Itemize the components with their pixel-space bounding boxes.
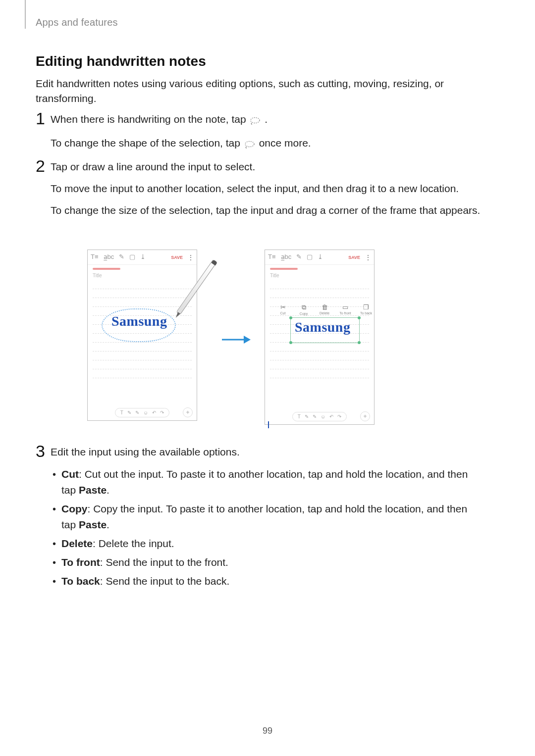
image-icon: ▢ bbox=[129, 255, 135, 259]
svg-marker-3 bbox=[244, 336, 251, 344]
step-number: 2 bbox=[36, 156, 45, 176]
toolbar-pill: T ✎ ✎ ☺ ↶ ↷ bbox=[115, 408, 169, 417]
svg-point-0 bbox=[251, 118, 260, 123]
option-cut: Cut: Cut out the input. To paste it to a… bbox=[51, 466, 482, 498]
section-header: Apps and features bbox=[36, 17, 118, 28]
lasso-selection-icon bbox=[244, 138, 255, 152]
page-title: Editing handwritten notes bbox=[36, 53, 206, 69]
option-delete: Delete: Delete the input. bbox=[51, 536, 482, 552]
option-to-back: To back: Send the input to the back. bbox=[51, 573, 482, 589]
step3-intro: Edit the input using the available optio… bbox=[51, 445, 482, 459]
save-button: SAVE bbox=[348, 255, 360, 260]
text-mode-icon: T≡ bbox=[91, 255, 99, 259]
note-topbar: T≡ a̲bc ✎ ▢ ⤓ SAVE ⋮ bbox=[265, 250, 374, 265]
emoji-icon: ☺ bbox=[321, 414, 325, 419]
toolbar-pill: T ✎ ✎ ☺ ↶ ↷ bbox=[292, 412, 347, 421]
figure-editing-handwriting: T≡ a̲bc ✎ ▢ ⤓ SAVE ⋮ Title Samsung bbox=[87, 250, 459, 431]
context-cut-button: ✂Cut bbox=[275, 303, 291, 315]
arrow-right-icon bbox=[221, 334, 251, 348]
handwritten-sample: Samsung bbox=[295, 319, 350, 335]
handwriting-mode-icon: a̲bc bbox=[104, 255, 114, 259]
brush-icon: ✎ bbox=[296, 255, 302, 259]
step1-line1: When there is handwriting on the note, t… bbox=[51, 112, 482, 129]
voice-icon: ⤓ bbox=[140, 255, 146, 259]
step2-p1: Tap or draw a line around the input to s… bbox=[51, 159, 482, 174]
text-tool-icon: T bbox=[298, 414, 301, 419]
category-chip bbox=[93, 268, 120, 270]
screenshot-before: T≡ a̲bc ✎ ▢ ⤓ SAVE ⋮ Title Samsung bbox=[87, 250, 197, 421]
highlighter-tool-icon: ✎ bbox=[135, 410, 139, 415]
text-tool-icon: T bbox=[120, 410, 123, 415]
category-chip bbox=[270, 268, 298, 270]
step2-p3: To change the size of the selection, tap… bbox=[51, 203, 482, 218]
note-topbar: T≡ a̲bc ✎ ▢ ⤓ SAVE ⋮ bbox=[88, 250, 197, 265]
step1-line2: To change the shape of the selection, ta… bbox=[51, 136, 482, 152]
text-cursor bbox=[268, 421, 269, 428]
title-placeholder: Title bbox=[270, 273, 369, 278]
image-icon: ▢ bbox=[307, 255, 313, 259]
redo-icon: ↷ bbox=[337, 414, 341, 419]
option-to-front: To front: Send the input to the front. bbox=[51, 554, 482, 570]
step-3: 3 Edit the input using the available opt… bbox=[36, 445, 482, 592]
text-mode-icon: T≡ bbox=[268, 255, 276, 259]
context-to-back-button: ❐To back bbox=[358, 303, 374, 315]
step-number: 1 bbox=[36, 109, 45, 128]
svg-point-1 bbox=[245, 142, 254, 147]
page-number: 99 bbox=[0, 726, 535, 736]
step-1: 1 When there is handwriting on the note,… bbox=[36, 112, 482, 159]
context-copy-button: ⧉Copy bbox=[296, 303, 312, 315]
pen-tool-icon: ✎ bbox=[127, 410, 131, 415]
highlighter-tool-icon: ✎ bbox=[313, 414, 317, 419]
step2-p2: To move the input to another location, s… bbox=[51, 181, 482, 196]
step-2: 2 Tap or draw a line around the input to… bbox=[36, 159, 482, 225]
screenshot-after: T≡ a̲bc ✎ ▢ ⤓ SAVE ⋮ Title ✂Cut ⧉Copy bbox=[265, 250, 374, 425]
intro-paragraph: Edit handwritten notes using various edi… bbox=[36, 76, 462, 106]
brush-icon: ✎ bbox=[119, 255, 124, 259]
title-placeholder: Title bbox=[93, 273, 192, 278]
emoji-icon: ☺ bbox=[143, 410, 148, 415]
more-menu-icon: ⋮ bbox=[365, 254, 371, 261]
add-page-button: + bbox=[360, 411, 370, 421]
handwriting-mode-icon: a̲bc bbox=[281, 255, 292, 259]
undo-icon: ↶ bbox=[329, 414, 333, 419]
edit-options-list: Cut: Cut out the input. To paste it to a… bbox=[51, 466, 482, 589]
redo-icon: ↷ bbox=[160, 410, 164, 415]
context-delete-button: 🗑Delete bbox=[317, 303, 332, 315]
header-rule bbox=[25, 0, 26, 29]
save-button: SAVE bbox=[171, 255, 183, 260]
more-menu-icon: ⋮ bbox=[188, 254, 194, 261]
lasso-selection-icon bbox=[250, 114, 261, 129]
handwritten-sample: Samsung bbox=[111, 313, 167, 329]
step-number: 3 bbox=[36, 442, 45, 461]
option-copy: Copy: Copy the input. To paste it to ano… bbox=[51, 501, 482, 533]
voice-icon: ⤓ bbox=[318, 255, 323, 259]
undo-icon: ↶ bbox=[152, 410, 156, 415]
context-to-front-button: ▭To front bbox=[337, 303, 353, 315]
add-page-button: + bbox=[183, 407, 193, 417]
pen-tool-icon: ✎ bbox=[305, 414, 309, 419]
context-edit-toolbar: ✂Cut ⧉Copy 🗑Delete ▭To front ❐To back bbox=[275, 303, 374, 315]
